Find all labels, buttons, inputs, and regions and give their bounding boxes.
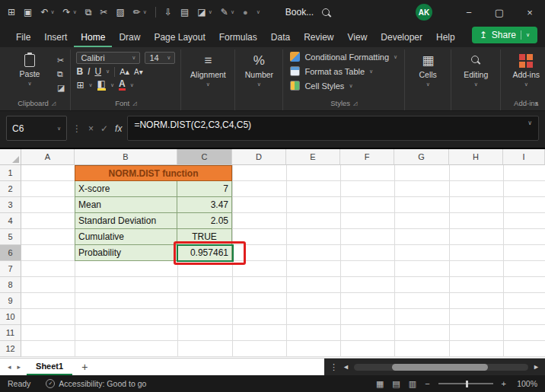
bold-button[interactable]: B <box>76 66 83 77</box>
sheet-options-icon[interactable]: ⋮ <box>330 362 338 372</box>
page-break-view-icon[interactable]: ▥ <box>409 379 416 389</box>
font-dialog-launcher-icon[interactable]: ◿ <box>132 100 136 107</box>
redo-dropdown-icon[interactable]: ∨ <box>73 9 77 15</box>
row-header-10[interactable]: 10 <box>0 309 21 325</box>
pen-icon[interactable]: ✎ <box>221 7 228 18</box>
pin-icon[interactable]: ⇩ <box>164 7 172 18</box>
prev-sheet-icon[interactable]: ◂ <box>8 363 11 371</box>
column-header-h[interactable]: H <box>449 149 503 165</box>
clipboard-dialog-launcher-icon[interactable]: ◿ <box>52 100 56 107</box>
formula-input[interactable]: =NORM.DIST(C2,C3,C4,C5) ∨ <box>127 116 539 141</box>
record-icon[interactable]: ● <box>243 8 248 17</box>
name-box[interactable]: C6 ∨ <box>6 116 67 141</box>
row-header-9[interactable]: 9 <box>0 293 21 309</box>
next-sheet-icon[interactable]: ▸ <box>18 363 21 371</box>
excel-app-icon[interactable]: ⊞ <box>8 7 15 18</box>
row-header-11[interactable]: 11 <box>0 325 21 341</box>
redo-icon[interactable]: ↷ <box>63 7 71 18</box>
menu-tab-insert[interactable]: Insert <box>37 27 74 47</box>
name-box-dropdown-icon[interactable]: ∨ <box>57 126 61 132</box>
picture-icon[interactable]: ▨ <box>116 7 124 18</box>
name-box-resize-handle[interactable]: ⋮ <box>72 123 81 134</box>
cell-c3-value[interactable]: 3.47 <box>177 197 232 213</box>
italic-button[interactable]: I <box>88 66 90 77</box>
cell-c2-value[interactable]: 7 <box>177 181 232 197</box>
row-header-3[interactable]: 3 <box>0 197 21 213</box>
cell-c4-value[interactable]: 2.05 <box>177 213 232 229</box>
underline-dropdown-icon[interactable]: ∨ <box>106 69 110 75</box>
column-header-i[interactable]: I <box>503 149 545 165</box>
save-icon[interactable]: ▣ <box>24 7 32 18</box>
alignment-button[interactable]: ≡ Alignment ∨ <box>186 49 229 88</box>
font-color-dropdown-icon[interactable]: ∨ <box>130 82 134 88</box>
formula-bar-expand-icon[interactable]: ∨ <box>527 120 532 126</box>
cell-c6-value-selected[interactable]: 0.957461 <box>177 245 232 261</box>
cells-button[interactable]: ▦ Cells ∨ <box>410 49 445 88</box>
column-header-b[interactable]: B <box>75 149 177 165</box>
page-layout-view-icon[interactable]: ▤ <box>392 379 400 389</box>
menu-tab-draw[interactable]: Draw <box>112 27 147 47</box>
maximize-button[interactable]: ▢ <box>484 0 515 24</box>
select-all-corner[interactable] <box>0 149 21 165</box>
row-header-4[interactable]: 4 <box>0 213 21 229</box>
menu-tab-developer[interactable]: Developer <box>374 27 429 47</box>
column-header-d[interactable]: D <box>232 149 286 165</box>
cell-b6-label[interactable]: Probability <box>75 245 177 261</box>
borders-icon[interactable]: ⊞ <box>76 80 84 91</box>
borders-dropdown-icon[interactable]: ∨ <box>88 82 92 88</box>
addins-button[interactable]: Add-ins ∨ <box>506 49 545 88</box>
ink-dropdown-icon[interactable]: ∨ <box>209 9 212 15</box>
font-size-select[interactable]: 14 ∨ <box>145 52 175 64</box>
menu-tab-page-layout[interactable]: Page Layout <box>147 27 212 47</box>
zoom-in-icon[interactable]: + <box>502 379 506 388</box>
cell-b2-label[interactable]: X-score <box>75 181 177 197</box>
menu-tab-home[interactable]: Home <box>74 27 112 47</box>
menu-tab-help[interactable]: Help <box>429 27 462 47</box>
row-header-8[interactable]: 8 <box>0 277 21 293</box>
undo-icon[interactable]: ↶ <box>40 7 48 18</box>
ink-icon[interactable]: ◪ <box>197 7 206 18</box>
fill-color-icon[interactable]: ◧ <box>97 79 106 91</box>
insert-function-button[interactable]: fx <box>115 123 122 134</box>
minimize-button[interactable]: − <box>454 0 484 24</box>
font-color-icon[interactable]: A <box>119 79 126 91</box>
quick-access-dropdown-icon[interactable]: ∨ <box>257 9 260 15</box>
normal-view-icon[interactable]: ▦ <box>376 379 384 389</box>
decrease-font-size-button[interactable]: A▾ <box>134 68 143 76</box>
undo-dropdown-icon[interactable]: ∨ <box>50 9 54 15</box>
scroll-right-icon[interactable]: ► <box>533 363 540 371</box>
number-button[interactable]: % Number ∨ <box>241 49 277 88</box>
column-header-a[interactable]: A <box>21 149 75 165</box>
close-button[interactable]: × <box>515 0 545 24</box>
zoom-percentage[interactable]: 100% <box>515 379 537 388</box>
accessibility-status[interactable]: ✓ Accessibility: Good to go <box>46 379 146 388</box>
column-header-g[interactable]: G <box>394 149 449 165</box>
zoom-slider-thumb[interactable] <box>466 381 468 387</box>
row-header-2[interactable]: 2 <box>0 181 21 197</box>
row-header-7[interactable]: 7 <box>0 261 21 277</box>
row-header-6[interactable]: 6 <box>0 245 21 261</box>
cell-c5-value[interactable]: TRUE <box>177 229 232 245</box>
editing-button[interactable]: Editing ∨ <box>457 49 495 88</box>
zoom-out-icon[interactable]: − <box>425 379 429 388</box>
table-icon[interactable]: ▤ <box>180 7 189 18</box>
sheet-tab-sheet1[interactable]: Sheet1 <box>27 359 72 375</box>
increase-font-size-button[interactable]: A▴ <box>120 67 129 77</box>
fill-color-dropdown-icon[interactable]: ∨ <box>110 82 114 88</box>
scroll-left-icon[interactable]: ◄ <box>343 363 349 371</box>
column-header-c[interactable]: C <box>177 149 232 165</box>
conditional-formatting-button[interactable]: Conditional Formatting ∨ <box>288 49 399 64</box>
copy-icon[interactable]: ⧉ <box>85 7 92 18</box>
menu-tab-formulas[interactable]: Formulas <box>212 27 264 47</box>
column-header-e[interactable]: E <box>286 149 340 165</box>
font-name-select[interactable]: Calibri ∨ <box>76 52 140 64</box>
draw-icon[interactable]: ✏ <box>133 7 141 18</box>
share-button[interactable]: ↥ Share ∨ <box>472 27 537 43</box>
horizontal-scrollbar[interactable] <box>354 364 528 371</box>
cell-b3-label[interactable]: Mean <box>75 197 177 213</box>
horizontal-scrollbar-thumb[interactable] <box>392 364 488 371</box>
collapse-ribbon-icon[interactable]: ∧ <box>534 100 539 107</box>
row-header-1[interactable]: 1 <box>0 165 21 181</box>
cancel-formula-button[interactable]: × <box>88 123 94 134</box>
cell-b4-label[interactable]: Standard Deviation <box>75 213 177 229</box>
